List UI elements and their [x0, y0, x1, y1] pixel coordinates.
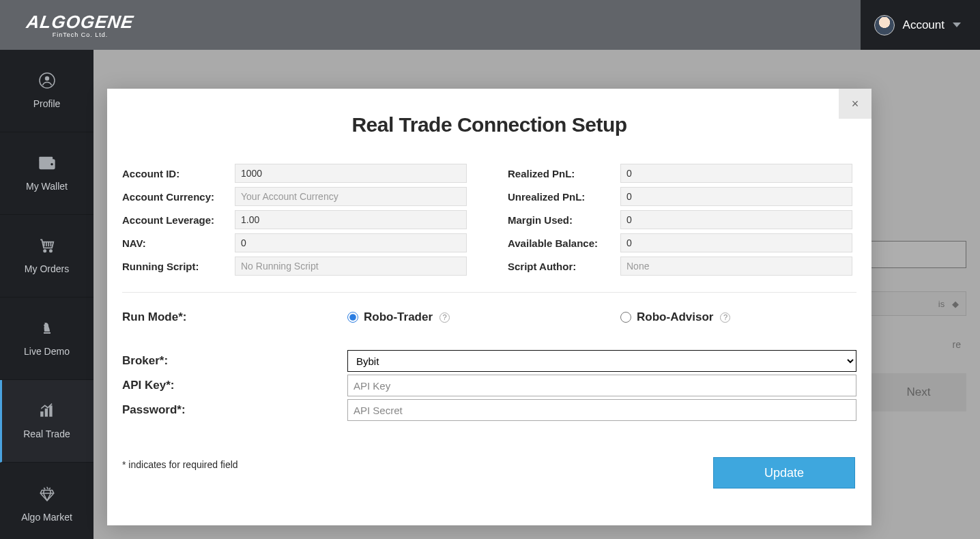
radio-robo-trader-label: Robo-Trader [364, 310, 433, 324]
input-realized-pnl[interactable] [620, 164, 852, 183]
input-account-currency[interactable] [235, 187, 467, 206]
svg-rect-12 [44, 409, 47, 417]
close-icon: × [852, 97, 859, 111]
modal-title: Real Trade Connection Setup [107, 113, 871, 136]
input-api-key[interactable] [347, 375, 856, 396]
chevron-down-icon [953, 23, 961, 27]
profile-icon [38, 72, 57, 91]
svg-point-1 [44, 76, 48, 81]
sidebar-item-algo-market[interactable]: Algo Market [0, 463, 93, 539]
sidebar-item-label: Profile [33, 98, 61, 109]
input-margin-used[interactable] [620, 210, 852, 229]
run-mode-row: Run Mode*: Robo-Trader ? Robo-Advisor ? [122, 310, 856, 324]
sidebar-item-real-trade[interactable]: Real Trade [0, 380, 93, 463]
label-run-mode: Run Mode*: [122, 310, 347, 324]
update-button[interactable]: Update [713, 457, 855, 489]
sidebar-item-wallet[interactable]: My Wallet [0, 132, 93, 215]
avatar-icon [874, 15, 895, 35]
radio-robo-advisor[interactable]: Robo-Advisor ? [620, 310, 730, 324]
label-api-key: API Key*: [122, 379, 347, 392]
sidebar-item-label: My Orders [25, 263, 69, 274]
label-script-author: Script Author: [508, 261, 620, 272]
cart-icon [38, 237, 57, 257]
label-account-id: Account ID: [122, 168, 235, 179]
close-button[interactable]: × [839, 89, 871, 119]
label-available-balance: Available Balance: [508, 237, 620, 249]
radio-robo-advisor-label: Robo-Advisor [637, 310, 713, 324]
sidebar-item-profile[interactable]: Profile [0, 50, 93, 132]
top-bar: ALGOGENE FinTech Co. Ltd. Account [0, 0, 980, 50]
label-realized-pnl: Realized PnL: [508, 168, 620, 179]
wallet-icon [38, 155, 57, 174]
account-menu[interactable]: Account [861, 0, 980, 50]
label-nav: NAV: [122, 237, 235, 249]
radio-robo-trader[interactable]: Robo-Trader ? [347, 310, 450, 324]
radio-robo-trader-input[interactable] [347, 312, 358, 323]
run-mode-radio-group: Robo-Trader ? Robo-Advisor ? [347, 310, 730, 324]
help-icon[interactable]: ? [720, 312, 730, 323]
account-label: Account [903, 18, 945, 32]
logo-main-text: ALGOGENE [25, 12, 135, 33]
label-unrealized-pnl: Unrealized PnL: [508, 191, 620, 203]
broker-section: Broker*: Bybit API Key*: Password*: [122, 350, 856, 421]
label-account-currency: Account Currency: [122, 191, 235, 203]
input-nav[interactable] [235, 233, 467, 252]
input-available-balance[interactable] [620, 233, 852, 252]
label-broker: Broker*: [122, 354, 347, 368]
input-unrealized-pnl[interactable] [620, 187, 852, 206]
real-trade-setup-modal: × Real Trade Connection Setup Account ID… [107, 89, 871, 525]
sidebar-item-label: My Wallet [26, 181, 68, 192]
account-info-grid: Account ID: Realized PnL: Account Curren… [122, 164, 856, 276]
sidebar-item-label: Live Demo [24, 346, 70, 357]
label-password: Password*: [122, 403, 347, 417]
input-account-leverage[interactable] [235, 210, 467, 229]
svg-rect-11 [40, 411, 43, 417]
label-margin-used: Margin Used: [508, 214, 620, 226]
svg-point-6 [49, 250, 51, 252]
select-broker[interactable]: Bybit [347, 350, 856, 372]
sidebar-item-label: Algo Market [21, 512, 72, 523]
chart-up-icon [38, 403, 57, 422]
radio-robo-advisor-input[interactable] [620, 312, 631, 323]
sidebar: Profile My Wallet My Orders Live Demo Re… [0, 50, 93, 539]
sidebar-item-orders[interactable]: My Orders [0, 215, 93, 297]
svg-point-4 [51, 163, 53, 166]
svg-rect-3 [39, 157, 53, 161]
input-running-script[interactable] [235, 257, 467, 276]
label-account-leverage: Account Leverage: [122, 214, 235, 226]
divider [122, 292, 856, 293]
input-script-author[interactable] [620, 257, 852, 276]
help-icon[interactable]: ? [439, 312, 450, 323]
input-password[interactable] [347, 399, 856, 421]
sidebar-item-live-demo[interactable]: Live Demo [0, 297, 93, 380]
diamond-icon [38, 486, 57, 505]
svg-point-5 [44, 250, 46, 252]
label-running-script: Running Script: [122, 261, 235, 272]
chess-knight-icon [38, 320, 57, 339]
logo[interactable]: ALGOGENE FinTech Co. Ltd. [0, 0, 160, 50]
sidebar-item-label: Real Trade [23, 428, 70, 439]
svg-rect-13 [49, 405, 52, 416]
input-account-id[interactable] [235, 164, 467, 183]
